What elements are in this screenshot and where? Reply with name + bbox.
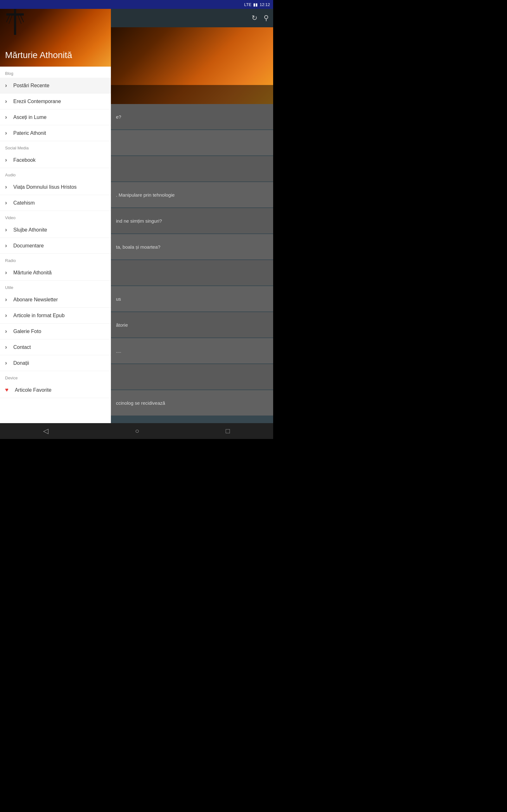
sidebar-item-pateric-athonit[interactable]: › Pateric Athonit [0,125,111,141]
sidebar-item-donatii[interactable]: › Donații [0,355,111,371]
list-item[interactable]: ind ne simțim singuri? [111,208,273,234]
sidebar-item-contact[interactable]: › Contact [0,339,111,355]
sidebar-item-label: Articole in format Epub [13,313,65,318]
list-item[interactable] [111,260,273,286]
list-item[interactable]: ta, boala și moartea? [111,234,273,260]
drawer-title: Mărturie Athonită [5,50,72,60]
sidebar-item-label: Documentare [13,243,44,249]
sidebar-item-postari-recente[interactable]: › Postări Recente [0,78,111,94]
sidebar-item-label: Asceți in Lume [13,114,47,120]
sidebar-item-label: Abonare Newsletter [13,297,58,303]
section-social-media-label: Social Media [0,141,111,152]
list-item[interactable] [111,156,273,182]
sidebar-item-galerie-foto[interactable]: › Galerie Foto [0,323,111,339]
sidebar-item-label: Pateric Athonit [13,131,46,136]
list-item[interactable]: e? [111,104,273,130]
section-utile-label: Utile [0,281,111,292]
sidebar-item-label: Mărturie Athonită [13,270,52,275]
list-item[interactable]: us [111,286,273,312]
chevron-right-icon: › [5,328,7,335]
drawer-header: Mărturie Athonită [0,0,111,67]
lte-indicator: LTE [244,2,251,7]
battery-icon: ▮▮ [253,2,258,7]
list-item[interactable] [111,130,273,156]
svg-line-5 [18,15,21,24]
sidebar-item-slujbe-athonite[interactable]: › Slujbe Athonite [0,222,111,238]
chevron-right-icon: › [5,82,7,89]
sidebar-item-viata-domnului[interactable]: › Viața Domnului Iisus Hristos [0,179,111,195]
sidebar-item-label: Catehism [13,200,35,206]
section-audio-label: Audio [0,168,111,179]
sidebar-item-articole-favorite[interactable]: ♥ Articole Favorite [0,382,111,398]
chevron-right-icon: › [5,226,7,233]
chevron-right-icon: › [5,360,7,366]
time-display: 12:12 [260,2,270,7]
section-blog-label: Blog [0,67,111,78]
svg-line-3 [20,15,24,22]
sidebar-item-label: Contact [13,345,31,350]
chevron-right-icon: › [5,312,7,319]
sidebar-item-catehism[interactable]: › Catehism [0,195,111,211]
home-button[interactable]: ○ [135,427,139,435]
list-item[interactable]: .... [111,338,273,364]
svg-line-2 [6,15,9,22]
sidebar-item-label: Facebook [13,157,36,163]
chevron-right-icon: › [5,344,7,351]
svg-rect-0 [14,6,16,35]
sidebar-item-erezii-contemporane[interactable]: › Erezii Contemporane [0,94,111,109]
sidebar-item-label: Viața Domnului Iisus Hristos [13,184,77,190]
sidebar-item-label: Slujbe Athonite [13,227,47,233]
chevron-right-icon: › [5,114,7,120]
sidebar-item-label: Erezii Contemporane [13,99,61,104]
svg-rect-1 [6,13,24,15]
cross-icon [6,6,24,36]
search-icon[interactable]: ⚲ [264,14,269,22]
chevron-right-icon: › [5,296,7,303]
section-radio-label: Radio [0,254,111,265]
list-item[interactable]: . Manipulare prin tehnologie [111,182,273,208]
status-icons: LTE ▮▮ 12:12 [244,2,270,7]
sidebar-item-marturie-athonita[interactable]: › Mărturie Athonită [0,265,111,281]
sidebar-item-documentare[interactable]: › Documentare [0,238,111,254]
status-bar: LTE ▮▮ 12:12 [0,0,273,9]
list-item[interactable]: ccinolog se recidivează [111,390,273,416]
toolbar: ↻ ⚲ [111,9,273,27]
main-content: e? . Manipulare prin tehnologie ind ne s… [111,9,273,423]
sidebar-item-facebook[interactable]: › Facebook [0,152,111,168]
heart-icon: ♥ [5,387,9,393]
svg-line-4 [9,15,12,24]
sidebar-item-label: Articole Favorite [15,387,52,393]
navigation-drawer: Mărturie Athonită Blog › Postări Recente… [0,0,111,423]
bottom-navigation: ◁ ○ □ [0,423,273,439]
chevron-right-icon: › [5,269,7,276]
article-list: e? . Manipulare prin tehnologie ind ne s… [111,104,273,416]
sidebar-item-label: Galerie Foto [13,328,41,334]
list-item[interactable]: ătorie [111,312,273,338]
sidebar-item-articole-epub[interactable]: › Articole in format Epub [0,308,111,323]
chevron-right-icon: › [5,200,7,206]
section-device-label: Device [0,371,111,382]
sidebar-item-asceti-in-lume[interactable]: › Asceți in Lume [0,109,111,125]
list-item[interactable] [111,364,273,390]
recents-button[interactable]: □ [226,427,230,435]
section-video-label: Video [0,211,111,222]
chevron-right-icon: › [5,157,7,163]
chevron-right-icon: › [5,98,7,105]
back-button[interactable]: ◁ [43,427,49,435]
chevron-right-icon: › [5,130,7,136]
chevron-right-icon: › [5,184,7,190]
chevron-right-icon: › [5,242,7,249]
sidebar-item-label: Donații [13,360,29,366]
sidebar-item-label: Postări Recente [13,83,49,89]
refresh-icon[interactable]: ↻ [251,14,257,22]
sidebar-item-abonare-newsletter[interactable]: › Abonare Newsletter [0,292,111,308]
